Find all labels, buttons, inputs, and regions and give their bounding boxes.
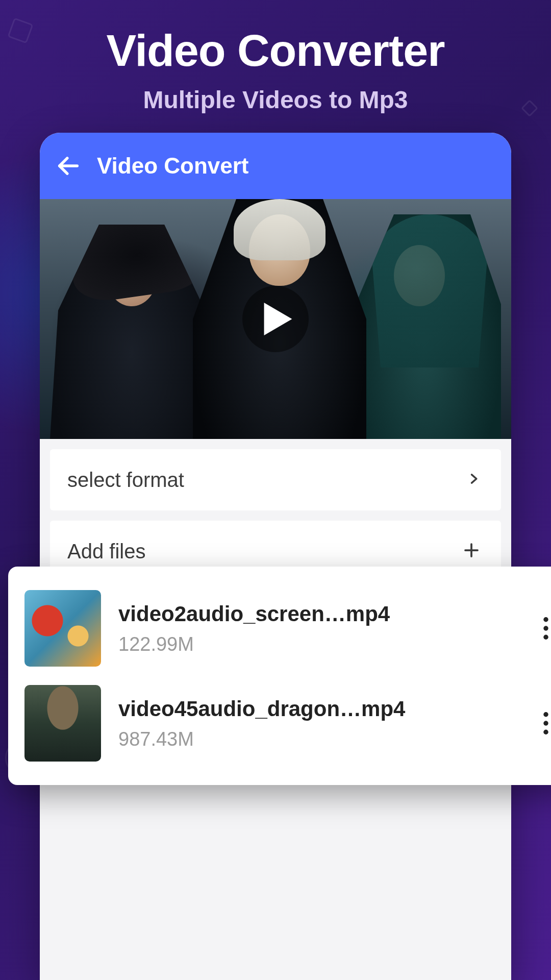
- select-format-row[interactable]: select format: [50, 449, 501, 510]
- svg-marker-1: [264, 303, 292, 335]
- svg-point-7: [543, 712, 548, 717]
- file-thumbnail: [24, 685, 101, 762]
- svg-point-9: [543, 730, 548, 734]
- file-name: video45audio_dragon…mp4: [118, 697, 516, 721]
- add-files-label: Add files: [67, 540, 145, 563]
- video-preview[interactable]: [40, 199, 511, 439]
- file-more-button[interactable]: [534, 617, 551, 640]
- back-button[interactable]: [54, 152, 83, 180]
- preview-figure: [50, 225, 213, 439]
- promo-title: Video Converter: [0, 0, 551, 77]
- file-info: video45audio_dragon…mp4 987.43M: [118, 697, 516, 750]
- file-name: video2audio_screen…mp4: [118, 602, 516, 626]
- chevron-right-icon: [466, 469, 481, 491]
- appbar: Video Convert: [40, 133, 511, 199]
- more-vertical-icon: [543, 712, 549, 734]
- phone-frame: Video Convert select format Add files: [40, 133, 511, 980]
- file-row[interactable]: video45audio_dragon…mp4 987.43M: [19, 676, 551, 771]
- svg-point-6: [543, 635, 548, 640]
- select-format-label: select format: [67, 469, 184, 492]
- more-vertical-icon: [543, 617, 549, 640]
- arrow-left-icon: [55, 153, 82, 179]
- files-card: video2audio_screen…mp4 122.99M video45au…: [8, 567, 551, 785]
- plus-icon: [462, 541, 481, 561]
- play-icon: [264, 303, 292, 335]
- svg-point-8: [543, 721, 548, 725]
- appbar-title: Video Convert: [97, 153, 248, 179]
- file-row[interactable]: video2audio_screen…mp4 122.99M: [19, 581, 551, 676]
- file-info: video2audio_screen…mp4 122.99M: [118, 602, 516, 655]
- svg-point-5: [543, 626, 548, 630]
- svg-point-4: [543, 617, 548, 622]
- preview-figure: [348, 214, 501, 439]
- promo-subtitle: Multiple Videos to Mp3: [0, 86, 551, 114]
- file-thumbnail: [24, 590, 101, 667]
- file-size: 122.99M: [118, 633, 516, 655]
- file-size: 987.43M: [118, 728, 516, 750]
- file-more-button[interactable]: [534, 712, 551, 734]
- play-button[interactable]: [242, 286, 309, 352]
